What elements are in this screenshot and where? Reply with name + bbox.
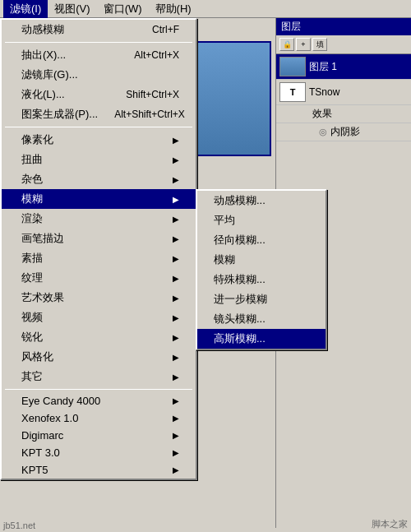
menubar-item-filter[interactable]: 滤镜(I) — [3, 0, 48, 18]
menu-item-xenofex[interactable]: Xenofex 1.0 ▶ — [2, 409, 196, 427]
menu-item-video-arrow: ▶ — [173, 313, 179, 322]
menu-item-kpt5-arrow: ▶ — [173, 465, 179, 474]
menu-item-filter-gallery[interactable]: 滤镜库(G)... — [2, 65, 196, 85]
layers-tool-lock[interactable]: 🔒 — [279, 38, 294, 51]
submenu-item-motion-blur[interactable]: 动感模糊... — [197, 191, 326, 210]
menu-item-xenofex-label: Xenofex 1.0 — [21, 412, 78, 424]
menubar-item-view[interactable]: 视图(V) — [48, 0, 96, 18]
menu-item-kpt30-arrow: ▶ — [173, 448, 179, 457]
menu-item-noise-label: 杂色 — [21, 172, 43, 187]
blur-submenu: 动感模糊... 平均 径向模糊... 模糊 特殊模糊... 进一步模糊 镜头模糊… — [196, 189, 327, 350]
menu-item-artistic-label: 艺术效果 — [21, 290, 64, 305]
menu-item-video[interactable]: 视频 ▶ — [2, 308, 196, 327]
layers-panel-title: 图层 — [281, 20, 301, 34]
layers-tool-add[interactable]: + — [296, 38, 311, 51]
menu-item-render[interactable]: 渲染 ▶ — [2, 209, 196, 229]
menu-item-blur-arrow: ▶ — [173, 195, 179, 204]
layer-item-1[interactable]: 图层 1 — [276, 54, 411, 80]
menu-item-brush-strokes-arrow: ▶ — [173, 234, 179, 243]
menu-item-render-arrow: ▶ — [173, 215, 179, 224]
menu-item-sketch-label: 素描 — [21, 251, 43, 266]
menu-item-pixelate-arrow: ▶ — [173, 136, 179, 145]
menu-item-sketch[interactable]: 素描 ▶ — [2, 248, 196, 268]
separator-2 — [5, 127, 192, 127]
menu-item-stylize[interactable]: 风格化 ▶ — [2, 347, 196, 367]
menu-item-distort[interactable]: 扭曲 ▶ — [2, 150, 196, 169]
menu-item-distort-arrow: ▶ — [173, 155, 179, 164]
menu-item-liquify-shortcut: Shift+Ctrl+X — [126, 89, 179, 100]
menu-item-blur[interactable]: 模糊 ▶ 动感模糊... 平均 径向模糊... 模糊 特殊模糊... 进一步模糊 — [2, 189, 196, 209]
layer-inner-shadow-label: 内阴影 — [330, 125, 360, 139]
menu-item-pattern-maker-label: 图案生成器(P)... — [21, 107, 98, 122]
watermark-right: 脚本之家 — [372, 518, 408, 530]
menu-item-kpt5-label: KPT5 — [21, 464, 48, 476]
menu-item-texture-label: 纹理 — [21, 271, 43, 285]
menu-bar: 滤镜(I) 视图(V) 窗口(W) 帮助(H) — [0, 0, 411, 18]
menu-item-other-arrow: ▶ — [173, 372, 179, 382]
layer-effects-header: 效果 — [276, 105, 411, 123]
submenu-gaussian-blur-label: 高斯模糊... — [214, 331, 266, 346]
menu-item-pixelate-label: 像素化 — [21, 132, 53, 147]
menu-item-sharpen-label: 锐化 — [21, 330, 43, 345]
menu-item-other-label: 其它 — [21, 369, 43, 384]
menu-item-extract-shortcut: Alt+Ctrl+X — [134, 49, 179, 61]
filter-dropdown-menu: 动感模糊 Ctrl+F 抽出(X)... Alt+Ctrl+X 滤镜库(G)..… — [0, 18, 197, 480]
submenu-lens-blur-label: 镜头模糊... — [214, 312, 266, 326]
submenu-average-label: 平均 — [214, 213, 235, 228]
layers-panel-header: 图层 — [276, 18, 411, 35]
menu-item-pattern-maker-shortcut: Alt+Shift+Ctrl+X — [114, 109, 185, 120]
submenu-item-radial-blur[interactable]: 径向模糊... — [197, 230, 326, 250]
menu-item-kpt30-label: KPT 3.0 — [21, 446, 60, 459]
menu-item-liquify-label: 液化(L)... — [21, 87, 65, 102]
menu-item-artistic-arrow: ▶ — [173, 294, 179, 303]
submenu-motion-blur-label: 动感模糊... — [214, 193, 266, 208]
submenu-item-lens-blur[interactable]: 镜头模糊... — [197, 309, 326, 329]
menu-item-render-label: 渲染 — [21, 211, 43, 226]
separator-3 — [5, 389, 192, 390]
layer-item-tsnow[interactable]: T TSnow — [276, 80, 411, 105]
menu-item-sharpen-arrow: ▶ — [173, 333, 179, 342]
submenu-item-more-blur[interactable]: 特殊模糊... — [197, 270, 326, 289]
menu-item-stylize-arrow: ▶ — [173, 353, 179, 362]
menu-item-kpt5[interactable]: KPT5 ▶ — [2, 461, 196, 479]
menu-item-extract[interactable]: 抽出(X)... Alt+Ctrl+X — [2, 45, 196, 65]
menu-item-noise-arrow: ▶ — [173, 175, 179, 184]
menubar-item-help[interactable]: 帮助(H) — [149, 0, 198, 18]
menu-item-kpt30[interactable]: KPT 3.0 ▶ — [2, 444, 196, 461]
menu-item-motion-blur[interactable]: 动感模糊 Ctrl+F — [2, 20, 196, 39]
submenu-item-further-blur[interactable]: 进一步模糊 — [197, 289, 326, 309]
submenu-radial-blur-label: 径向模糊... — [214, 233, 266, 247]
layer-inner-shadow: ◎ 内阴影 — [276, 123, 411, 141]
menu-item-digimarc[interactable]: Digimarc ▶ — [2, 427, 196, 444]
menu-item-pattern-maker[interactable]: 图案生成器(P)... Alt+Shift+Ctrl+X — [2, 104, 196, 124]
menu-item-noise[interactable]: 杂色 ▶ — [2, 169, 196, 189]
menu-item-extract-label: 抽出(X)... — [21, 48, 66, 62]
menu-item-filter-gallery-label: 滤镜库(G)... — [21, 67, 78, 82]
menu-item-distort-label: 扭曲 — [21, 152, 43, 167]
menu-item-digimarc-arrow: ▶ — [173, 431, 179, 440]
layers-tool-fill[interactable]: 填 — [312, 38, 327, 51]
layer-effects-label: 效果 — [312, 108, 332, 119]
menu-item-eye-candy[interactable]: Eye Candy 4000 ▶ — [2, 392, 196, 409]
menu-item-brush-strokes[interactable]: 画笔描边 ▶ — [2, 229, 196, 248]
submenu-item-gaussian-blur[interactable]: 高斯模糊... — [197, 329, 326, 349]
menu-item-liquify[interactable]: 液化(L)... Shift+Ctrl+X — [2, 85, 196, 104]
menu-item-eye-candy-arrow: ▶ — [173, 396, 179, 405]
menu-item-artistic[interactable]: 艺术效果 ▶ — [2, 288, 196, 308]
layer-thumb-tsnow: T — [279, 82, 306, 102]
submenu-more-blur-label: 特殊模糊... — [214, 272, 266, 287]
menu-item-video-label: 视频 — [21, 310, 43, 325]
menu-item-sharpen[interactable]: 锐化 ▶ — [2, 327, 196, 347]
menu-item-pixelate[interactable]: 像素化 ▶ — [2, 130, 196, 150]
menu-item-xenofex-arrow: ▶ — [173, 414, 179, 423]
layer-inner-shadow-icon: ◎ — [319, 127, 327, 137]
menu-item-eye-candy-label: Eye Candy 4000 — [21, 395, 100, 407]
menubar-item-window[interactable]: 窗口(W) — [97, 0, 149, 18]
submenu-item-average[interactable]: 平均 — [197, 210, 326, 230]
menu-item-other[interactable]: 其它 ▶ — [2, 367, 196, 386]
menu-item-texture[interactable]: 纹理 ▶ — [2, 268, 196, 288]
menu-item-motion-blur-label: 动感模糊 — [21, 22, 64, 37]
submenu-further-blur-label: 进一步模糊 — [214, 292, 267, 307]
layer-name-1: 图层 1 — [309, 60, 337, 74]
submenu-item-blur-basic[interactable]: 模糊 — [197, 250, 326, 270]
